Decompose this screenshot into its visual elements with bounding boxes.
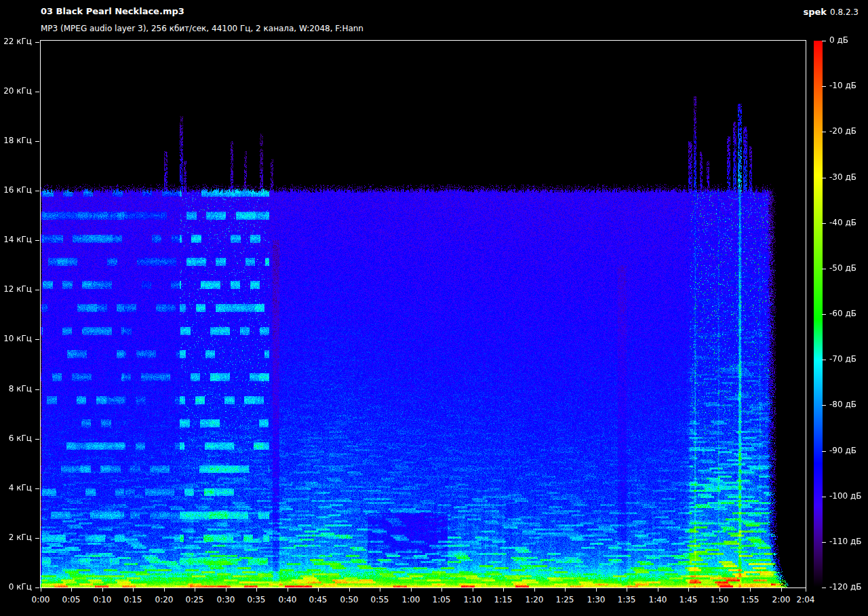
spek-window: { "header": { "title": "03 Black Pearl N… <box>0 0 868 616</box>
time-tick <box>750 588 751 592</box>
freq-tick-label: 14 кГц <box>0 235 32 245</box>
time-tick <box>349 588 350 592</box>
freq-tick <box>35 92 39 92</box>
freq-tick <box>35 240 39 241</box>
db-tick-label: -90 дБ <box>829 446 856 456</box>
freq-tick <box>35 290 39 290</box>
db-tick <box>822 132 826 132</box>
freq-tick <box>35 389 39 390</box>
freq-tick <box>35 141 39 142</box>
db-tick <box>822 451 826 452</box>
time-tick <box>781 588 782 592</box>
time-tick-label: 1:55 <box>734 595 766 605</box>
freq-tick-label: 6 кГц <box>0 434 32 444</box>
freq-tick <box>35 488 39 489</box>
db-tick-label: -120 дБ <box>829 582 862 592</box>
time-tick <box>596 588 597 592</box>
file-title: 03 Black Pearl Necklace.mp3 <box>41 6 184 16</box>
freq-tick <box>35 588 39 588</box>
time-tick <box>688 588 689 592</box>
db-tick-label: -70 дБ <box>829 354 856 364</box>
time-tick <box>195 588 195 592</box>
time-tick <box>806 588 806 592</box>
time-tick <box>71 588 72 592</box>
db-tick-label: -110 дБ <box>829 537 862 547</box>
time-tick <box>719 588 720 592</box>
freq-tick <box>35 191 39 191</box>
time-tick-label: 1:25 <box>549 595 581 605</box>
time-tick <box>226 588 226 592</box>
time-tick <box>503 588 504 592</box>
freq-tick <box>35 42 39 43</box>
time-tick <box>627 588 627 592</box>
time-tick-label: 0:30 <box>210 595 242 605</box>
app-brand: spek0.8.2.3 <box>804 7 859 17</box>
freq-tick-label: 10 кГц <box>0 334 32 344</box>
time-tick <box>473 588 473 592</box>
time-tick-label: 0:00 <box>24 595 57 605</box>
time-tick-label: 0:40 <box>271 595 304 605</box>
db-tick-label: -100 дБ <box>829 491 862 501</box>
db-tick <box>822 588 826 588</box>
db-tick <box>822 542 826 543</box>
stream-info: MP3 (MPEG audio layer 3), 256 кбит/сек, … <box>41 24 363 33</box>
time-tick-label: 1:05 <box>425 595 458 605</box>
db-tick-label: 0 дБ <box>829 35 848 45</box>
db-tick <box>822 41 826 41</box>
db-tick-label: -40 дБ <box>829 218 856 228</box>
app-name: spek <box>804 7 827 17</box>
time-tick-label: 1:40 <box>642 595 674 605</box>
time-tick <box>534 588 535 592</box>
db-tick <box>822 178 826 178</box>
time-tick <box>164 588 165 592</box>
time-tick-label: 0:25 <box>178 595 211 605</box>
app-version: 0.8.2.3 <box>830 7 859 17</box>
freq-tick-label: 20 кГц <box>0 86 32 96</box>
spectrogram-canvas <box>41 41 806 588</box>
freq-tick-label: 0 кГц <box>0 582 32 592</box>
db-tick <box>822 269 826 269</box>
time-tick <box>411 588 412 592</box>
time-tick <box>288 588 288 592</box>
db-tick-label: -50 дБ <box>829 263 856 273</box>
time-tick <box>133 588 134 592</box>
db-tick <box>822 86 826 87</box>
db-tick-label: -60 дБ <box>829 309 856 319</box>
time-tick <box>41 588 41 592</box>
freq-tick-label: 22 кГц <box>0 37 32 47</box>
time-tick-label: 1:10 <box>456 595 489 605</box>
freq-tick-label: 18 кГц <box>0 136 32 146</box>
time-tick-label: 0:55 <box>363 595 396 605</box>
db-tick-label: -20 дБ <box>829 126 856 136</box>
db-tick <box>822 314 826 315</box>
freq-tick-label: 12 кГц <box>0 284 32 294</box>
time-tick <box>441 588 442 592</box>
time-tick-label: 1:45 <box>672 595 705 605</box>
time-tick-label: 0:20 <box>148 595 180 605</box>
time-tick <box>380 588 380 592</box>
time-tick-label: 2:04 <box>789 595 822 605</box>
time-tick <box>102 588 103 592</box>
time-tick-label: 0:35 <box>240 595 273 605</box>
db-tick <box>822 497 826 497</box>
db-tick-label: -80 дБ <box>829 400 856 410</box>
freq-tick <box>35 538 39 539</box>
time-tick-label: 0:05 <box>55 595 87 605</box>
time-tick <box>658 588 658 592</box>
time-tick-label: 1:30 <box>580 595 612 605</box>
time-tick-label: 0:50 <box>333 595 366 605</box>
freq-tick <box>35 439 39 440</box>
time-tick-label: 1:35 <box>610 595 643 605</box>
time-tick-label: 1:15 <box>487 595 519 605</box>
db-tick <box>822 405 826 406</box>
time-tick-label: 1:20 <box>518 595 551 605</box>
db-tick <box>822 360 826 360</box>
freq-tick-label: 2 кГц <box>0 533 32 543</box>
freq-tick-label: 8 кГц <box>0 384 32 394</box>
time-tick <box>565 588 566 592</box>
time-tick-label: 0:10 <box>86 595 119 605</box>
spectrogram-frame <box>40 40 806 588</box>
db-tick <box>822 223 826 224</box>
time-tick-label: 0:15 <box>117 595 149 605</box>
time-tick-label: 0:45 <box>302 595 334 605</box>
